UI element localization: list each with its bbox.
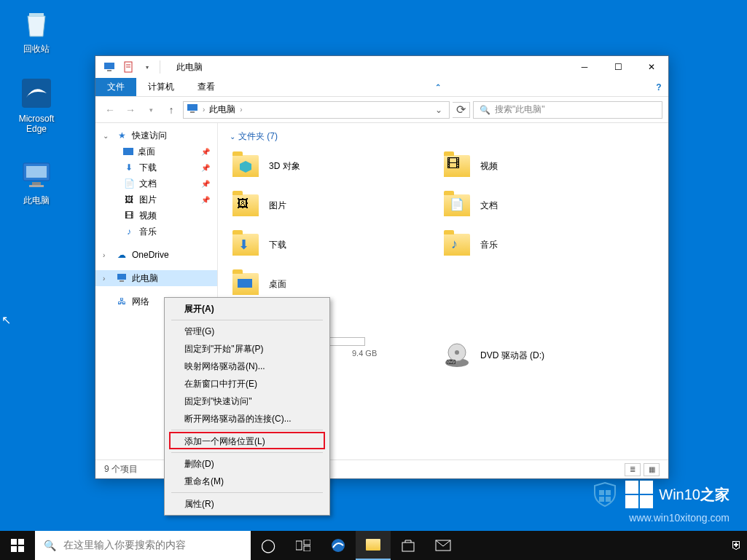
tray-security-icon[interactable]: ⛨ xyxy=(731,539,743,552)
svg-rect-8 xyxy=(187,104,197,111)
taskbar-search[interactable]: 🔍 在这里输入你要搜索的内容 xyxy=(35,531,251,560)
svg-rect-22 xyxy=(304,540,310,545)
svg-rect-11 xyxy=(120,280,124,282)
nav-downloads[interactable]: ⬇下载📌 xyxy=(95,159,217,176)
pin-icon: 📌 xyxy=(201,148,210,156)
folder-icon: 📄 xyxy=(442,191,472,220)
folder-documents[interactable]: 📄文档 xyxy=(441,188,623,223)
folder-icon: ♪ xyxy=(442,230,472,259)
recycle-bin-icon xyxy=(19,6,54,41)
onedrive-icon: ☁ xyxy=(116,249,128,261)
svg-rect-20 xyxy=(18,546,24,552)
star-icon: ★ xyxy=(116,130,128,141)
drive-dvd[interactable]: DVDDVD 驱动器 (D:) xyxy=(441,338,623,373)
edge-icon xyxy=(19,76,54,111)
nav-up-button[interactable]: ↑ xyxy=(163,101,180,119)
svg-rect-21 xyxy=(296,541,302,550)
desktop-icon-thispc[interactable]: 此电脑 xyxy=(9,157,64,205)
view-icons-button[interactable]: ▦ xyxy=(644,463,660,476)
maximize-button[interactable]: ☐ xyxy=(601,56,635,78)
qat-thispc-icon[interactable] xyxy=(101,59,117,75)
context-menu: 展开(A) 管理(G) 固定到"开始"屏幕(P) 映射网络驱动器(N)... 在… xyxy=(164,297,330,516)
ctx-delete[interactable]: 删除(D) xyxy=(167,455,327,473)
refresh-button[interactable]: ⟳ xyxy=(453,102,470,118)
watermark: Win10之家 www.win10xitong.com xyxy=(590,480,730,524)
ctx-open-new-window[interactable]: 在新窗口中打开(E) xyxy=(167,375,327,393)
ribbon-expand-icon[interactable]: ⌃ xyxy=(429,78,447,96)
folder-music[interactable]: ♪音乐 xyxy=(441,227,623,262)
nav-onedrive[interactable]: ›☁OneDrive xyxy=(95,247,217,263)
ctx-expand[interactable]: 展开(A) xyxy=(167,300,327,318)
nav-forward-button[interactable]: → xyxy=(122,101,139,119)
taskbar-explorer[interactable] xyxy=(356,531,391,560)
ctx-map-drive[interactable]: 映射网络驱动器(N)... xyxy=(167,358,327,375)
minimize-button[interactable]: ─ xyxy=(568,56,601,78)
qat-dropdown-icon[interactable]: ▾ xyxy=(139,59,155,75)
ribbon: 文件 计算机 查看 ⌃ ? xyxy=(95,78,668,97)
nav-documents[interactable]: 📄文档📌 xyxy=(95,176,217,192)
ribbon-tab-view[interactable]: 查看 xyxy=(186,78,227,96)
taskbar-search-placeholder: 在这里输入你要搜索的内容 xyxy=(63,539,186,552)
folder-icon: 🖼 xyxy=(231,191,260,220)
pin-icon: 📌 xyxy=(201,180,210,188)
watermark-url: www.win10xitong.com xyxy=(590,512,730,524)
folder-icon xyxy=(231,151,260,181)
svg-rect-18 xyxy=(18,539,24,545)
address-bar[interactable]: › 此电脑 › ⌄ xyxy=(183,101,450,119)
folder-desktop[interactable]: 桌面 xyxy=(230,267,412,301)
ribbon-tab-computer[interactable]: 计算机 xyxy=(136,78,186,96)
qat-properties-icon[interactable] xyxy=(120,59,136,75)
nav-desktop[interactable]: 桌面📌 xyxy=(95,143,217,159)
folder-downloads[interactable]: ⬇下载 xyxy=(230,227,412,262)
nav-pictures[interactable]: 🖼图片📌 xyxy=(95,192,217,208)
ctx-rename[interactable]: 重命名(M) xyxy=(167,473,327,490)
chevron-down-icon: ⌄ xyxy=(230,133,235,141)
breadcrumb-thispc[interactable]: 此电脑 xyxy=(209,103,235,116)
svg-rect-2 xyxy=(26,166,47,178)
search-input[interactable]: 🔍 搜索"此电脑" xyxy=(473,101,662,119)
ctx-add-network-location[interactable]: 添加一个网络位置(L) xyxy=(167,433,327,450)
group-folders[interactable]: ⌄文件夹 (7) xyxy=(230,130,657,143)
ctx-pin-start[interactable]: 固定到"开始"屏幕(P) xyxy=(167,340,327,358)
ctx-properties[interactable]: 属性(R) xyxy=(167,495,327,513)
ctx-manage[interactable]: 管理(G) xyxy=(167,323,327,340)
ctx-pin-quick[interactable]: 固定到"快速访问" xyxy=(167,393,327,410)
search-placeholder: 搜索"此电脑" xyxy=(495,103,545,116)
folder-3d-objects[interactable]: 3D 对象 xyxy=(230,149,412,184)
folder-videos[interactable]: 🎞视频 xyxy=(441,149,623,184)
address-dropdown[interactable]: ⌄ xyxy=(431,105,446,115)
nav-videos[interactable]: 🎞视频 xyxy=(95,208,217,224)
navbar: ← → ▾ ↑ › 此电脑 › ⌄ ⟳ 🔍 搜索"此电脑" xyxy=(95,97,668,123)
view-details-button[interactable]: ≣ xyxy=(625,463,641,476)
cursor-icon: ↖ xyxy=(1,313,11,327)
taskbar-store[interactable] xyxy=(391,531,426,560)
taskbar-mail[interactable] xyxy=(426,531,461,560)
nav-history-dropdown[interactable]: ▾ xyxy=(142,101,160,119)
video-small-icon: 🎞 xyxy=(123,210,135,221)
taskbar-taskview[interactable] xyxy=(286,531,321,560)
desktop-icon-label: 回收站 xyxy=(9,44,64,54)
nav-back-button[interactable]: ← xyxy=(101,101,119,119)
ribbon-tab-file[interactable]: 文件 xyxy=(95,78,136,96)
nav-thispc[interactable]: ›此电脑 xyxy=(95,270,217,286)
window-title: 此电脑 xyxy=(176,61,203,74)
search-icon: 🔍 xyxy=(480,105,490,115)
document-small-icon: 📄 xyxy=(123,178,135,189)
svg-rect-17 xyxy=(11,539,17,545)
ctx-disconnect-drive[interactable]: 断开网络驱动器的连接(C)... xyxy=(167,410,327,427)
pin-icon: 📌 xyxy=(201,164,210,172)
desktop-icon-edge[interactable]: Microsoft Edge xyxy=(9,76,64,135)
help-icon[interactable]: ? xyxy=(649,78,668,96)
taskbar-cortana[interactable]: ◯ xyxy=(251,531,286,560)
thispc-small-icon xyxy=(116,272,128,284)
desktop-icon-recycle[interactable]: 回收站 xyxy=(9,6,64,54)
system-tray[interactable]: ⛨ xyxy=(731,531,747,560)
svg-rect-25 xyxy=(402,543,414,551)
nav-music[interactable]: ♪音乐 xyxy=(95,224,217,240)
svg-rect-19 xyxy=(11,546,17,552)
nav-quick-access[interactable]: ⌄★快速访问 xyxy=(95,127,217,143)
taskbar-edge[interactable] xyxy=(321,531,356,560)
start-button[interactable] xyxy=(0,531,35,560)
folder-pictures[interactable]: 🖼图片 xyxy=(230,188,412,223)
close-button[interactable]: ✕ xyxy=(635,56,668,78)
